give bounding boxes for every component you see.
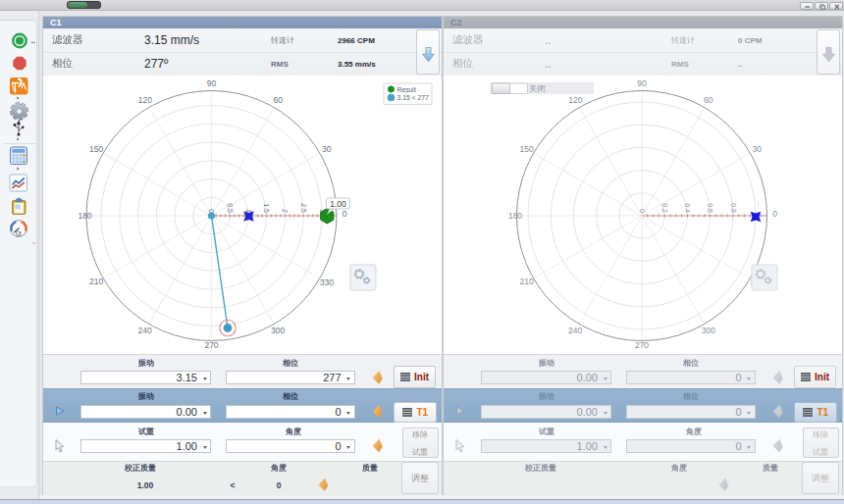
svg-text:180: 180 [78, 211, 91, 221]
svg-text:270: 270 [635, 340, 649, 350]
svg-text:90: 90 [207, 78, 217, 88]
svg-text:330: 330 [320, 277, 334, 287]
svg-text:0.2: 0.2 [661, 203, 668, 213]
svg-text:120: 120 [568, 95, 582, 105]
svg-text:150: 150 [520, 144, 534, 154]
svg-text:0.5: 0.5 [227, 203, 234, 213]
svg-text:90: 90 [637, 78, 647, 88]
svg-text:150: 150 [89, 144, 103, 154]
svg-text:0: 0 [343, 209, 347, 219]
svg-text:0.4: 0.4 [684, 203, 691, 213]
svg-text:1.00: 1.00 [330, 199, 346, 209]
svg-text:0: 0 [639, 209, 646, 213]
svg-text:210: 210 [89, 277, 103, 286]
svg-text:180: 180 [508, 211, 522, 221]
svg-text:..: .. [756, 203, 765, 207]
svg-text:240: 240 [138, 326, 152, 335]
svg-text:60: 60 [704, 95, 713, 105]
svg-text:Result: Result [397, 86, 416, 93]
svg-text:210: 210 [520, 277, 534, 286]
svg-text:0: 0 [772, 209, 777, 219]
svg-text:60: 60 [273, 95, 283, 105]
svg-text:1.5: 1.5 [263, 203, 270, 213]
svg-text:30: 30 [322, 144, 332, 154]
svg-text:0.8: 0.8 [730, 203, 737, 213]
svg-text:300: 300 [271, 326, 285, 335]
svg-text:2: 2 [282, 209, 289, 213]
svg-text:3.15 < 277: 3.15 < 277 [397, 94, 430, 101]
svg-text:240: 240 [568, 326, 582, 335]
svg-text:120: 120 [138, 95, 152, 105]
svg-text:30: 30 [753, 144, 763, 154]
svg-text:0.6: 0.6 [707, 203, 713, 213]
svg-text:270: 270 [204, 340, 218, 350]
svg-text:300: 300 [702, 326, 715, 335]
svg-text:2.5: 2.5 [300, 203, 307, 213]
